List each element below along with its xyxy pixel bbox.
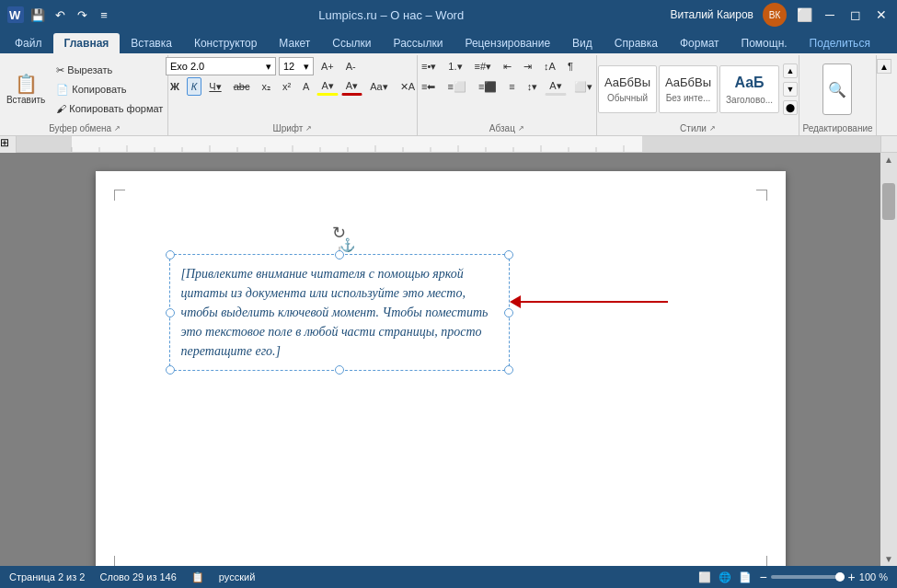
underline-button[interactable]: Ч▾ <box>204 77 225 96</box>
tab-insert[interactable]: Вставка <box>120 33 183 53</box>
tab-design[interactable]: Конструктор <box>183 33 268 53</box>
scroll-up-button[interactable]: ▲ <box>884 155 893 165</box>
handle-br[interactable] <box>504 365 513 375</box>
style-normal[interactable]: АаБбВы Обычный <box>598 65 657 113</box>
page-count[interactable]: Страница 2 из 2 <box>9 571 85 582</box>
tab-layout[interactable]: Макет <box>268 33 321 53</box>
font-name-selector[interactable]: Exo 2.0▾ <box>166 57 276 75</box>
handle-tl[interactable] <box>166 250 175 259</box>
increase-font-button[interactable]: A+ <box>316 57 339 75</box>
decrease-indent-button[interactable]: ⇤ <box>499 57 516 75</box>
align-right-button[interactable]: ≡⬛ <box>474 77 501 96</box>
highlight-button[interactable]: А▾ <box>316 77 338 96</box>
italic-button[interactable]: К <box>187 77 201 96</box>
cut-button[interactable]: ✂ Вырезать <box>52 61 167 79</box>
tab-help[interactable]: Справка <box>604 33 669 53</box>
tab-format[interactable]: Формат <box>669 33 730 53</box>
scroll-down-button[interactable]: ▼ <box>884 554 893 564</box>
handle-tr[interactable] <box>504 250 513 259</box>
shading-button[interactable]: A▾ <box>545 77 566 96</box>
ribbon-collapse-button[interactable]: ▲ <box>877 59 891 74</box>
redo-qat-button[interactable]: ↷ <box>74 6 90 23</box>
title-bar-right: Виталий Каиров ВК ⬜ ─ ◻ ✕ <box>670 3 890 27</box>
language[interactable]: русский <box>219 571 255 582</box>
handle-bc[interactable] <box>335 365 344 375</box>
bullets-button[interactable]: ≡•▾ <box>417 57 441 75</box>
status-bar: Страница 2 из 2 Слово 29 из 146 📋 русски… <box>0 566 897 588</box>
strikethrough-button[interactable]: аbc <box>229 77 255 96</box>
ruler-corner[interactable]: ⊞ <box>0 136 17 153</box>
styles-scroll: ▲ ▼ ⬤ <box>783 63 798 115</box>
zoom-level[interactable]: 100 % <box>859 571 888 582</box>
increase-indent-button[interactable]: ⇥ <box>519 57 536 75</box>
undo-qat-button[interactable]: ↶ <box>52 6 68 23</box>
font-color-button[interactable]: А▾ <box>341 77 362 96</box>
borders-button[interactable]: ⬜▾ <box>569 77 597 96</box>
layout-print-button[interactable]: ⬜ <box>698 571 711 583</box>
save-qat-button[interactable]: 💾 <box>29 6 46 23</box>
paragraph-dialog-icon[interactable]: ↗ <box>518 124 524 133</box>
textbox-container[interactable]: ↻ ⚓ [Привлеките внимание читателя с помо… <box>169 254 510 371</box>
scroll-thumb[interactable] <box>882 183 895 220</box>
tab-references[interactable]: Ссылки <box>321 33 382 53</box>
close-button[interactable]: ✕ <box>873 6 890 23</box>
tab-mailings[interactable]: Рассылки <box>383 33 454 53</box>
avatar[interactable]: ВК <box>763 3 787 27</box>
search-button[interactable]: 🔍 <box>822 63 852 115</box>
restore-button[interactable]: ◻ <box>847 6 864 23</box>
tab-view[interactable]: Вид <box>561 33 604 53</box>
show-marks-button[interactable]: ¶ <box>563 57 578 75</box>
document-page[interactable]: ↻ ⚓ [Привлеките внимание читателя с помо… <box>96 171 786 566</box>
decrease-font-button[interactable]: A- <box>341 57 361 75</box>
bold-button[interactable]: Ж <box>166 77 184 96</box>
vertical-scrollbar[interactable]: ▲ ▼ <box>880 153 897 566</box>
align-center-button[interactable]: ≡⬜ <box>443 77 471 96</box>
zoom-in-button[interactable]: + <box>848 570 856 584</box>
handle-tc[interactable] <box>335 250 344 259</box>
tab-assist[interactable]: Помощн. <box>730 33 799 53</box>
style-heading1[interactable]: АаБ Заголово... <box>719 65 779 113</box>
numbering-button[interactable]: 1.▾ <box>443 57 466 75</box>
format-painter-button[interactable]: 🖌 Копировать формат <box>52 99 167 118</box>
styles-scroll-up[interactable]: ▲ <box>783 63 798 78</box>
paste-button[interactable]: 📋 Вставить <box>2 63 50 115</box>
handle-bl[interactable] <box>166 365 175 375</box>
tab-home[interactable]: Главная <box>53 33 121 53</box>
copy-button[interactable]: 📄 Копировать <box>52 80 167 98</box>
zoom-out-button[interactable]: − <box>759 570 766 584</box>
tab-file[interactable]: Файл <box>4 33 53 53</box>
style-no-spacing[interactable]: АаБбВы Без инте... <box>659 65 718 113</box>
font-size-selector[interactable]: 12▾ <box>279 57 314 75</box>
layout-web-button[interactable]: 🌐 <box>719 571 731 583</box>
justify-button[interactable]: ≡ <box>504 77 519 96</box>
styles-more[interactable]: ⬤ <box>783 100 798 115</box>
ruler-area: ⊞ <box>0 136 897 153</box>
word-count[interactable]: Слово 29 из 146 <box>99 571 176 582</box>
layout-read-button[interactable]: 📄 <box>739 571 752 583</box>
text-effects-button[interactable]: A <box>298 77 314 96</box>
styles-scroll-down[interactable]: ▼ <box>783 82 798 97</box>
line-spacing-button[interactable]: ↕▾ <box>523 77 543 96</box>
change-case-button[interactable]: Аа▾ <box>365 77 393 96</box>
styles-dialog-icon[interactable]: ↗ <box>709 124 716 133</box>
minimize-button[interactable]: ─ <box>822 6 838 23</box>
superscript-button[interactable]: x² <box>278 77 295 96</box>
handle-ml[interactable] <box>166 308 175 317</box>
font-dialog-icon[interactable]: ↗ <box>305 124 312 133</box>
ribbon-display-button[interactable]: ⬜ <box>796 6 812 23</box>
textbox[interactable]: [Привлеките внимание читателя с помощью … <box>169 254 510 371</box>
subscript-button[interactable]: x₂ <box>257 77 275 96</box>
textbox-content[interactable]: [Привлеките внимание читателя с помощью … <box>181 264 498 361</box>
tab-review[interactable]: Рецензирование <box>454 33 561 53</box>
tab-share[interactable]: Поделиться <box>799 33 881 53</box>
paragraph-group: ≡•▾ 1.▾ ≡#▾ ⇤ ⇥ ↕A ¶ ≡⬅ ≡⬜ ≡⬛ ≡ ↕▾ A▾ ⬜▾… <box>418 55 597 135</box>
sort-button[interactable]: ↕A <box>539 57 560 75</box>
handle-mr[interactable] <box>504 308 513 317</box>
clipboard-dialog-icon[interactable]: ↗ <box>114 124 121 133</box>
zoom-thumb[interactable] <box>835 572 845 582</box>
zoom-slider[interactable] <box>771 575 845 579</box>
document-main[interactable]: ↻ ⚓ [Привлеките внимание читателя с помо… <box>0 153 880 566</box>
align-left-button[interactable]: ≡⬅ <box>417 77 440 96</box>
multilevel-list-button[interactable]: ≡#▾ <box>470 57 497 75</box>
customize-qat-button[interactable]: ≡ <box>96 6 112 23</box>
